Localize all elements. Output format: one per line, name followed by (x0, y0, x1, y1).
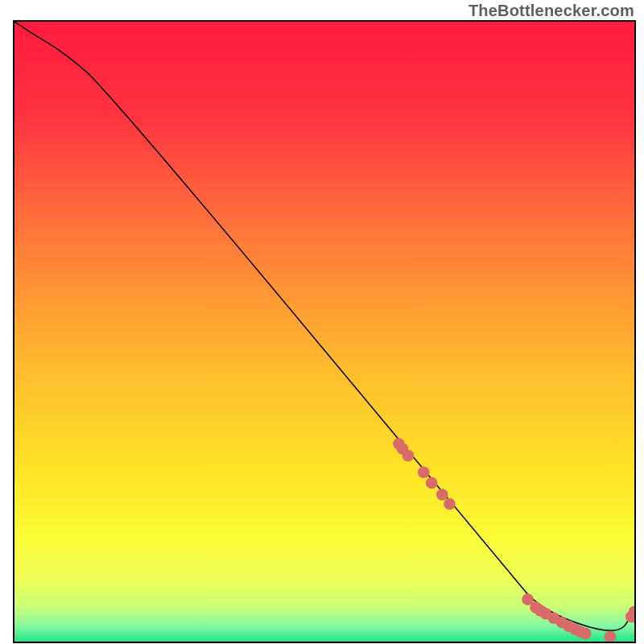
watermark-text: TheBottlenecker.com (469, 2, 634, 20)
data-point (444, 498, 456, 510)
chart-container: { "watermark": "TheBottlenecker.com", "c… (0, 0, 644, 644)
plot-area (13, 20, 636, 643)
data-point (418, 466, 430, 478)
chart-svg (14, 22, 634, 642)
data-point (580, 628, 592, 640)
data-point (426, 477, 438, 489)
gradient-rect (14, 22, 634, 642)
data-point (436, 489, 448, 501)
data-point (402, 450, 415, 462)
